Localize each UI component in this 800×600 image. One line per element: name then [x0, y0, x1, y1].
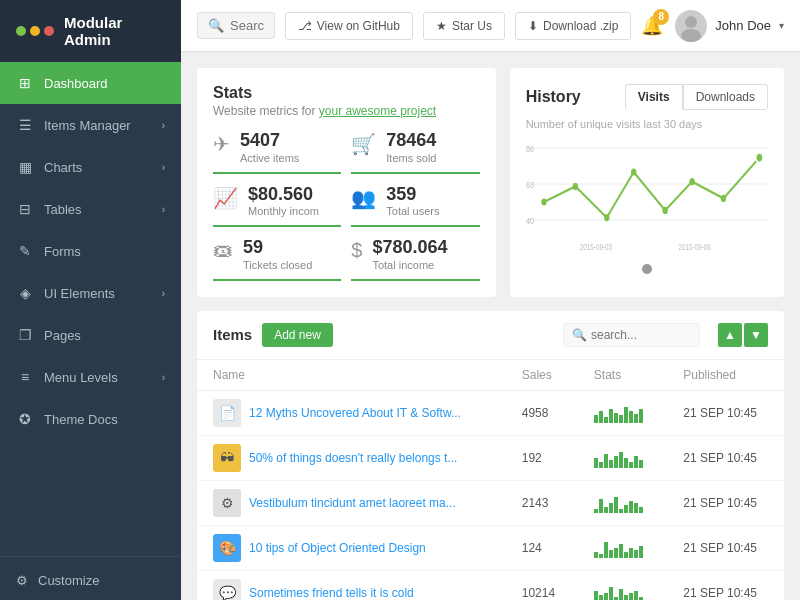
- items-title: Items: [213, 326, 252, 343]
- stat-value: $80.560: [248, 184, 319, 206]
- item-published: 21 SEP 10:45: [667, 435, 784, 480]
- stats-card: Stats Website metrics for your awesome p…: [197, 68, 496, 297]
- sidebar-item-label: Charts: [44, 160, 162, 175]
- item-thumbnail: 🎨: [213, 534, 241, 562]
- download-button[interactable]: ⬇ Download .zip: [515, 12, 631, 40]
- sidebar-item-pages[interactable]: ❐ Pages: [0, 314, 181, 356]
- search-box[interactable]: 🔍: [197, 12, 275, 39]
- sidebar-item-label: Menu Levels: [44, 370, 162, 385]
- bar: [599, 499, 603, 513]
- stat-tickets: 🎟 59Tickets closed: [213, 237, 341, 281]
- customize-item[interactable]: ⚙ Customize: [0, 561, 181, 600]
- item-thumbnail: 🕶: [213, 444, 241, 472]
- item-name-link[interactable]: Vestibulum tincidunt amet laoreet ma...: [249, 496, 456, 510]
- stats-subtitle-link[interactable]: your awesome project: [319, 104, 436, 118]
- bar: [634, 503, 638, 513]
- stats-bars: [594, 538, 651, 558]
- chart-area: 86 63 40 2015-09-03 2015-09-06: [526, 136, 768, 256]
- items-search-input[interactable]: [591, 328, 691, 342]
- sidebar-item-charts[interactable]: ▦ Charts ›: [0, 146, 181, 188]
- sort-up-button[interactable]: ▲: [718, 323, 742, 347]
- sidebar-item-items-manager[interactable]: ☰ Items Manager ›: [0, 104, 181, 146]
- bar: [609, 550, 613, 558]
- item-name-link[interactable]: 10 tips of Object Oriented Design: [249, 541, 426, 555]
- item-name-link[interactable]: 50% of things doesn't really belongs t..…: [249, 451, 457, 465]
- bar: [599, 411, 603, 423]
- theme-docs-icon: ✪: [16, 410, 34, 428]
- bar: [599, 595, 603, 600]
- sort-down-button[interactable]: ▼: [744, 323, 768, 347]
- bar: [619, 589, 623, 600]
- item-sales: 124: [506, 525, 578, 570]
- stat-active-items: ✈ 5407Active items: [213, 130, 341, 174]
- sidebar-item-tables[interactable]: ⊟ Tables ›: [0, 188, 181, 230]
- sidebar-item-ui-elements[interactable]: ◈ UI Elements ›: [0, 272, 181, 314]
- history-subtitle: Number of unique visits last 30 days: [526, 118, 768, 130]
- history-title: History: [526, 88, 625, 106]
- search-input[interactable]: [230, 18, 264, 33]
- item-thumbnail: ⚙: [213, 489, 241, 517]
- add-new-button[interactable]: Add new: [262, 323, 333, 347]
- item-sales: 192: [506, 435, 578, 480]
- sidebar-item-dashboard[interactable]: ⊞ Dashboard: [0, 62, 181, 104]
- items-tbody: 📄12 Myths Uncovered About IT & Softw...4…: [197, 390, 784, 600]
- bar: [594, 509, 598, 513]
- item-name-cell: 📄12 Myths Uncovered About IT & Softw...: [197, 391, 506, 435]
- stat-label: Tickets closed: [243, 259, 312, 271]
- star-us-button[interactable]: ★ Star Us: [423, 12, 505, 40]
- bar: [619, 452, 623, 468]
- notification-bell[interactable]: 🔔 8: [641, 15, 663, 37]
- topbar-right: 🔔 8 John Doe ▾: [641, 10, 784, 42]
- view-github-button[interactable]: ⎇ View on GitHub: [285, 12, 413, 40]
- sidebar-item-menu-levels[interactable]: ≡ Menu Levels ›: [0, 356, 181, 398]
- user-name: John Doe: [715, 18, 771, 33]
- stat-value: 78464: [386, 130, 436, 152]
- item-published: 21 SEP 10:45: [667, 525, 784, 570]
- stats-subtitle-text: Website metrics for: [213, 104, 315, 118]
- sidebar-item-label: Forms: [44, 244, 165, 259]
- tab-visits[interactable]: Visits: [625, 84, 683, 110]
- topbar: 🔍 ⎇ View on GitHub ★ Star Us ⬇ Download …: [181, 0, 800, 52]
- item-name-link[interactable]: Sometimes friend tells it is cold: [249, 586, 414, 600]
- sidebar-item-forms[interactable]: ✎ Forms: [0, 230, 181, 272]
- bar: [634, 456, 638, 468]
- tab-downloads[interactable]: Downloads: [683, 84, 768, 110]
- stat-value: 5407: [240, 130, 299, 152]
- sidebar-item-label: Tables: [44, 202, 162, 217]
- svg-point-12: [604, 214, 609, 221]
- bar: [639, 507, 643, 513]
- stat-total-users: 👥 359Total users: [351, 184, 479, 228]
- item-name-link[interactable]: 12 Myths Uncovered About IT & Softw...: [249, 406, 461, 420]
- top-row: Stats Website metrics for your awesome p…: [197, 68, 784, 297]
- content-area: Stats Website metrics for your awesome p…: [181, 52, 800, 600]
- sidebar-item-theme-docs[interactable]: ✪ Theme Docs: [0, 398, 181, 440]
- tables-icon: ⊟: [16, 200, 34, 218]
- menu-levels-icon: ≡: [16, 368, 34, 386]
- item-published: 21 SEP 10:45: [667, 480, 784, 525]
- user-menu[interactable]: John Doe ▾: [675, 10, 784, 42]
- logo-dots: [16, 26, 54, 36]
- bar: [604, 593, 608, 600]
- bar: [604, 454, 608, 468]
- cart-icon: 🛒: [351, 132, 376, 156]
- bar: [609, 409, 613, 423]
- svg-text:86: 86: [526, 143, 534, 154]
- sidebar: Modular Admin ⊞ Dashboard ☰ Items Manage…: [0, 0, 181, 600]
- app-title: Modular Admin: [64, 14, 165, 48]
- gear-icon: ⚙: [16, 573, 28, 588]
- stat-value: 59: [243, 237, 312, 259]
- history-card: History Visits Downloads Number of uniqu…: [510, 68, 784, 297]
- item-stats: [578, 390, 667, 435]
- item-name-cell: 🕶50% of things doesn't really belongs t.…: [197, 436, 506, 480]
- chevron-right-icon: ›: [162, 204, 165, 215]
- stats-grid: ✈ 5407Active items 🛒 78464Items sold 📈 $…: [213, 130, 480, 281]
- items-search-box[interactable]: 🔍: [563, 323, 700, 347]
- bar: [634, 591, 638, 600]
- sidebar-bottom: ⚙ Customize: [0, 552, 181, 600]
- bar: [634, 550, 638, 558]
- bar: [629, 593, 633, 600]
- bar: [614, 456, 618, 468]
- item-name-cell: ⚙Vestibulum tincidunt amet laoreet ma...: [197, 481, 506, 525]
- rocket-icon: ✈: [213, 132, 230, 156]
- col-sales: Sales: [506, 360, 578, 391]
